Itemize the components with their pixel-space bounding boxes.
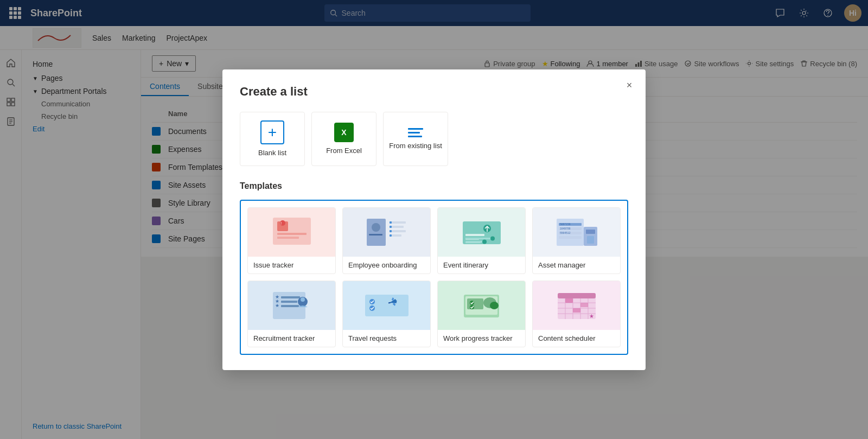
template-thumb-event <box>438 208 525 257</box>
template-label-content: Content scheduler <box>533 330 620 347</box>
svg-rect-37 <box>390 230 392 232</box>
svg-rect-39 <box>463 221 501 244</box>
create-list-modal: Create a list × + Blank list X From Exce… <box>222 69 646 370</box>
template-thumb-travel <box>343 281 430 330</box>
template-label-employee: Employee onboarding <box>343 257 430 273</box>
svg-rect-53 <box>559 236 582 239</box>
excel-icon: X <box>334 123 354 142</box>
template-label-event: Event itinerary <box>438 257 525 273</box>
svg-text:!: ! <box>280 221 282 226</box>
svg-text:★: ★ <box>275 303 279 308</box>
work-thumb-svg <box>457 287 506 325</box>
from-excel-label: From Excel <box>326 147 362 155</box>
issue-thumb-svg: ! <box>267 213 316 251</box>
blank-list-option[interactable]: + Blank list <box>240 112 305 166</box>
svg-rect-42 <box>465 234 484 236</box>
blank-list-icon: + <box>260 120 284 144</box>
travel-thumb-svg <box>362 287 411 325</box>
template-thumb-employee <box>343 208 430 257</box>
svg-point-79 <box>490 302 499 309</box>
svg-point-47 <box>490 236 495 240</box>
svg-rect-75 <box>467 298 483 309</box>
event-thumb-svg <box>457 213 506 251</box>
svg-rect-69 <box>365 295 409 316</box>
svg-point-48 <box>482 239 487 244</box>
svg-rect-35 <box>390 221 392 224</box>
svg-rect-28 <box>367 219 386 246</box>
template-work-progress[interactable]: Work progress tracker <box>437 281 526 347</box>
list-lines-icon <box>408 128 423 137</box>
close-button[interactable]: × <box>622 78 637 93</box>
svg-rect-38 <box>390 234 392 237</box>
svg-rect-59 <box>587 236 594 244</box>
svg-rect-36 <box>390 226 392 228</box>
template-employee-onboarding[interactable]: Employee onboarding <box>342 207 431 274</box>
svg-text:5687156: 5687156 <box>560 222 571 226</box>
svg-rect-58 <box>586 230 595 234</box>
template-content-scheduler[interactable]: ★ Content scheduler <box>532 281 621 347</box>
plus-icon: + <box>268 125 277 140</box>
svg-text:1649786: 1649786 <box>560 227 571 230</box>
template-label-work: Work progress tracker <box>438 330 525 347</box>
svg-rect-89 <box>565 298 573 303</box>
modal-title: Create a list <box>240 85 628 99</box>
template-issue-tracker[interactable]: ! Issue tracker <box>247 207 336 274</box>
svg-rect-45 <box>465 238 493 239</box>
svg-rect-30 <box>369 234 382 236</box>
templates-grid: ! Issue tracker <box>240 200 628 355</box>
template-label-recruit: Recruitment tracker <box>248 330 335 347</box>
blank-list-label: Blank list <box>258 149 286 157</box>
svg-rect-27 <box>277 237 299 239</box>
template-label-issue: Issue tracker <box>248 257 335 273</box>
svg-rect-61 <box>281 296 300 298</box>
template-event-itinerary[interactable]: Event itinerary <box>437 207 526 274</box>
template-thumb-content: ★ <box>533 281 620 330</box>
content-thumb-svg: ★ <box>552 287 601 325</box>
template-label-travel: Travel requests <box>343 330 430 347</box>
from-excel-option[interactable]: X From Excel <box>311 112 376 166</box>
from-existing-option[interactable]: From existing list <box>383 112 448 166</box>
svg-rect-31 <box>390 221 406 224</box>
svg-rect-91 <box>573 308 580 313</box>
svg-text:★: ★ <box>589 313 594 319</box>
modal-overlay[interactable]: Create a list × + Blank list X From Exce… <box>0 0 868 439</box>
template-recruitment-tracker[interactable]: ★ ★ ★ Recruitment tracker <box>247 281 336 347</box>
svg-rect-34 <box>392 234 401 237</box>
template-asset-manager[interactable]: 5687156 1649786 5564512 Asset manager <box>532 207 621 274</box>
recruit-thumb-svg: ★ ★ ★ <box>267 287 316 325</box>
svg-point-68 <box>301 297 305 302</box>
template-thumb-asset: 5687156 1649786 5564512 <box>533 208 620 257</box>
template-label-asset: Asset manager <box>533 257 620 273</box>
from-existing-label: From existing list <box>389 142 442 150</box>
create-options: + Blank list X From Excel From existing … <box>240 112 628 166</box>
template-thumb-recruit: ★ ★ ★ <box>248 281 335 330</box>
template-travel-requests[interactable]: Travel requests <box>342 281 431 347</box>
svg-rect-26 <box>277 233 307 235</box>
asset-thumb-svg: 5687156 1649786 5564512 <box>552 213 601 251</box>
templates-title: Templates <box>240 181 628 191</box>
employee-thumb-svg <box>362 213 411 251</box>
svg-point-77 <box>470 305 474 309</box>
template-thumb-work <box>438 281 525 330</box>
svg-rect-81 <box>558 293 596 298</box>
template-thumb-issue: ! <box>248 208 335 257</box>
svg-point-29 <box>372 223 380 232</box>
svg-rect-90 <box>580 303 588 307</box>
svg-rect-62 <box>281 301 297 303</box>
svg-rect-46 <box>465 241 484 243</box>
svg-rect-63 <box>281 305 299 307</box>
svg-rect-32 <box>392 226 404 228</box>
svg-rect-33 <box>392 230 406 232</box>
svg-text:5564512: 5564512 <box>560 231 571 234</box>
svg-point-76 <box>470 301 474 305</box>
